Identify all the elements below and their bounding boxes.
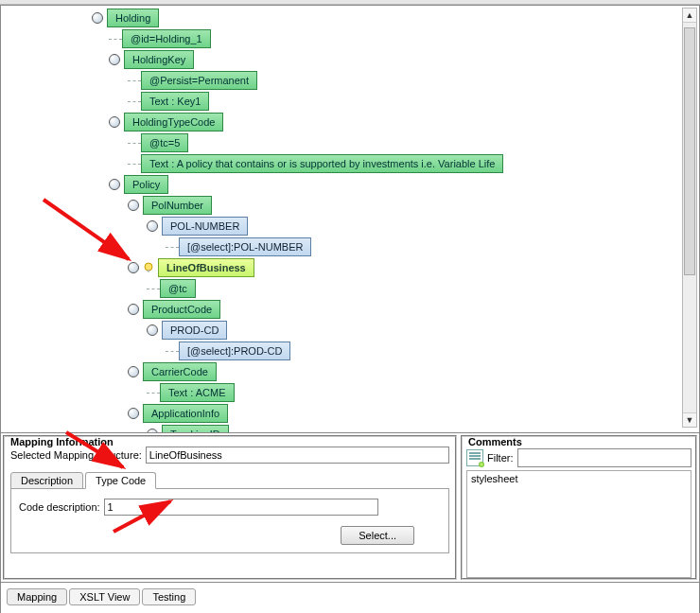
comments-title: Comments bbox=[468, 436, 522, 447]
tree-connector bbox=[109, 39, 122, 40]
expand-toggle-icon[interactable] bbox=[147, 429, 158, 433]
expand-toggle-icon[interactable] bbox=[128, 408, 139, 419]
tree-node-policy[interactable]: Policy bbox=[124, 175, 168, 194]
tree-connector bbox=[147, 393, 160, 394]
type-code-tab-body: Code description: Select... bbox=[10, 489, 449, 553]
svg-point-0 bbox=[145, 263, 152, 271]
tree-connector bbox=[128, 164, 141, 165]
tree-node-productcode[interactable]: ProductCode bbox=[143, 300, 220, 319]
tree-connector bbox=[166, 351, 179, 352]
tree-connector bbox=[128, 80, 141, 81]
tree-node-carriercode[interactable]: CarrierCode bbox=[143, 362, 217, 381]
tree-node-polnumber[interactable]: PolNumber bbox=[143, 196, 212, 215]
tab-description[interactable]: Description bbox=[10, 472, 83, 489]
expand-toggle-icon[interactable] bbox=[109, 179, 120, 190]
code-description-field[interactable] bbox=[104, 499, 378, 516]
mapping-tabs: Description Type Code bbox=[10, 467, 449, 489]
tree-node-prod-cd[interactable]: PROD-CD bbox=[162, 321, 227, 340]
footer-tab-xslt[interactable]: XSLT View bbox=[69, 588, 140, 605]
filter-label: Filter: bbox=[487, 452, 514, 464]
expand-toggle-icon[interactable] bbox=[109, 54, 120, 65]
expand-toggle-icon[interactable] bbox=[147, 324, 158, 336]
tree-node-holding[interactable]: Holding bbox=[107, 9, 159, 27]
bottom-panels: Mapping Information Selected Mapping Str… bbox=[1, 433, 699, 582]
select-button[interactable]: Select... bbox=[341, 526, 414, 545]
comments-panel: Comments Filter: stylesheet bbox=[461, 435, 697, 580]
tree-connector bbox=[166, 247, 179, 248]
expand-toggle-icon[interactable] bbox=[128, 304, 139, 315]
tree-node-id-holding[interactable]: @id=Holding_1 bbox=[122, 29, 211, 48]
tree-node-trackingid[interactable]: TrackingID bbox=[162, 425, 229, 433]
tree-node-holdingtypecode[interactable]: HoldingTypeCode bbox=[124, 113, 223, 131]
tree-node-text-key1[interactable]: Text : Key1 bbox=[141, 92, 209, 111]
expand-toggle-icon[interactable] bbox=[128, 366, 139, 377]
tree-node-persist[interactable]: @Persist=Permanent bbox=[141, 71, 257, 90]
tree-connector bbox=[128, 101, 141, 102]
tree-node-applicationinfo[interactable]: ApplicationInfo bbox=[143, 404, 228, 423]
tree-node-text-policy[interactable]: Text : A policy that contains or is supp… bbox=[141, 154, 503, 173]
lightbulb-icon bbox=[143, 262, 154, 273]
expand-toggle-icon[interactable] bbox=[128, 200, 139, 211]
tree-node-tc5[interactable]: @tc=5 bbox=[141, 133, 188, 152]
expand-toggle-icon[interactable] bbox=[128, 262, 139, 273]
footer-tabs: Mapping XSLT View Testing bbox=[1, 582, 699, 611]
tree-node-attc[interactable]: @tc bbox=[160, 279, 196, 298]
footer-tab-testing[interactable]: Testing bbox=[142, 588, 196, 605]
tree-node-select-prod-cd[interactable]: [@select]:PROD-CD bbox=[179, 342, 290, 360]
note-icon bbox=[466, 449, 483, 466]
tree-panel: ▲ ▼ Holding @id=Holding_1 Holding bbox=[1, 6, 699, 433]
expand-toggle-icon[interactable] bbox=[147, 220, 158, 232]
selected-structure-label: Selected Mapping Structure: bbox=[10, 449, 142, 461]
tree-node-pol-number-blue[interactable]: POL-NUMBER bbox=[162, 217, 248, 236]
expand-toggle-icon[interactable] bbox=[92, 12, 103, 24]
comments-list[interactable]: stylesheet bbox=[466, 470, 691, 578]
tree-node-lineofbusiness[interactable]: LineOfBusiness bbox=[158, 258, 254, 277]
selected-structure-field[interactable] bbox=[146, 447, 449, 464]
main-frame: ▲ ▼ Holding @id=Holding_1 Holding bbox=[0, 5, 700, 613]
code-description-label: Code description: bbox=[19, 501, 100, 513]
tree-node-text-acme[interactable]: Text : ACME bbox=[160, 383, 235, 402]
tree-scroll-region: Holding @id=Holding_1 HoldingKey @Persis… bbox=[1, 6, 699, 433]
tab-type-code[interactable]: Type Code bbox=[85, 472, 156, 489]
comments-filter-field[interactable] bbox=[517, 448, 692, 467]
svg-rect-1 bbox=[148, 271, 150, 272]
expand-toggle-icon[interactable] bbox=[109, 116, 120, 128]
tree-node-holdingkey[interactable]: HoldingKey bbox=[124, 50, 194, 69]
tree-node-select-pol-number[interactable]: [@select]:POL-NUMBER bbox=[179, 237, 311, 256]
structure-tree: Holding @id=Holding_1 HoldingKey @Persis… bbox=[1, 8, 699, 433]
tree-connector bbox=[147, 289, 160, 289]
mapping-info-title: Mapping Information bbox=[10, 436, 114, 447]
mapping-info-panel: Mapping Information Selected Mapping Str… bbox=[3, 435, 457, 580]
footer-tab-mapping[interactable]: Mapping bbox=[7, 588, 67, 605]
tree-connector bbox=[128, 143, 141, 144]
comment-item[interactable]: stylesheet bbox=[471, 473, 687, 484]
